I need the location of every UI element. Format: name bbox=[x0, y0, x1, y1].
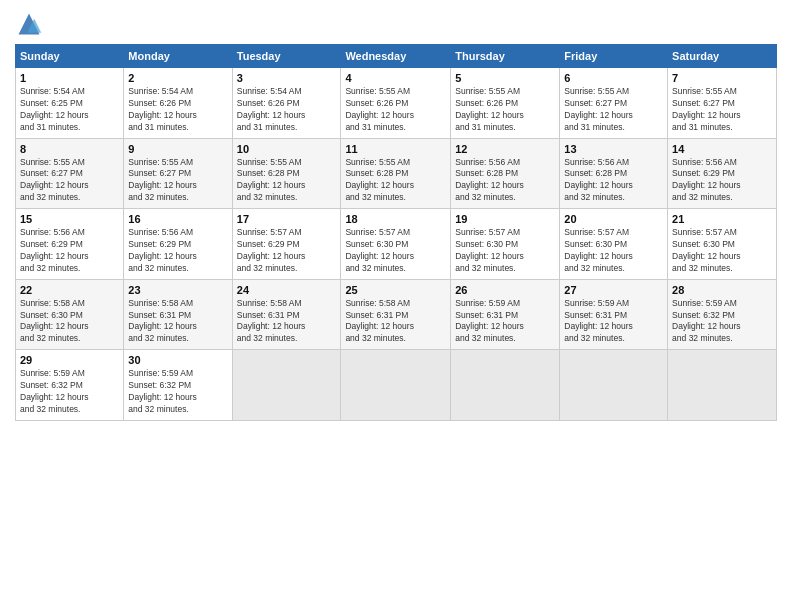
calendar-cell: 6Sunrise: 5:55 AM Sunset: 6:27 PM Daylig… bbox=[560, 68, 668, 139]
calendar-cell: 24Sunrise: 5:58 AM Sunset: 6:31 PM Dayli… bbox=[232, 279, 341, 350]
day-number: 27 bbox=[564, 284, 663, 296]
calendar-cell: 13Sunrise: 5:56 AM Sunset: 6:28 PM Dayli… bbox=[560, 138, 668, 209]
day-info: Sunrise: 5:55 AM Sunset: 6:27 PM Dayligh… bbox=[564, 86, 663, 134]
day-number: 19 bbox=[455, 213, 555, 225]
calendar-cell: 21Sunrise: 5:57 AM Sunset: 6:30 PM Dayli… bbox=[668, 209, 777, 280]
calendar-cell: 11Sunrise: 5:55 AM Sunset: 6:28 PM Dayli… bbox=[341, 138, 451, 209]
day-info: Sunrise: 5:56 AM Sunset: 6:29 PM Dayligh… bbox=[20, 227, 119, 275]
weekday-header-wednesday: Wednesday bbox=[341, 45, 451, 68]
day-info: Sunrise: 5:59 AM Sunset: 6:31 PM Dayligh… bbox=[564, 298, 663, 346]
day-number: 18 bbox=[345, 213, 446, 225]
day-info: Sunrise: 5:56 AM Sunset: 6:28 PM Dayligh… bbox=[455, 157, 555, 205]
logo-icon bbox=[15, 10, 43, 38]
calendar-cell bbox=[668, 350, 777, 421]
day-number: 25 bbox=[345, 284, 446, 296]
weekday-header-monday: Monday bbox=[124, 45, 232, 68]
calendar-week-3: 15Sunrise: 5:56 AM Sunset: 6:29 PM Dayli… bbox=[16, 209, 777, 280]
calendar-cell: 19Sunrise: 5:57 AM Sunset: 6:30 PM Dayli… bbox=[451, 209, 560, 280]
header bbox=[15, 10, 777, 38]
calendar-cell: 7Sunrise: 5:55 AM Sunset: 6:27 PM Daylig… bbox=[668, 68, 777, 139]
day-info: Sunrise: 5:57 AM Sunset: 6:30 PM Dayligh… bbox=[564, 227, 663, 275]
weekday-header-tuesday: Tuesday bbox=[232, 45, 341, 68]
calendar-cell: 16Sunrise: 5:56 AM Sunset: 6:29 PM Dayli… bbox=[124, 209, 232, 280]
day-number: 12 bbox=[455, 143, 555, 155]
day-info: Sunrise: 5:54 AM Sunset: 6:26 PM Dayligh… bbox=[128, 86, 227, 134]
day-number: 6 bbox=[564, 72, 663, 84]
day-info: Sunrise: 5:55 AM Sunset: 6:27 PM Dayligh… bbox=[128, 157, 227, 205]
day-number: 3 bbox=[237, 72, 337, 84]
day-number: 16 bbox=[128, 213, 227, 225]
calendar-cell: 28Sunrise: 5:59 AM Sunset: 6:32 PM Dayli… bbox=[668, 279, 777, 350]
day-info: Sunrise: 5:56 AM Sunset: 6:29 PM Dayligh… bbox=[672, 157, 772, 205]
page-container: SundayMondayTuesdayWednesdayThursdayFrid… bbox=[0, 0, 792, 431]
calendar-cell: 14Sunrise: 5:56 AM Sunset: 6:29 PM Dayli… bbox=[668, 138, 777, 209]
day-info: Sunrise: 5:55 AM Sunset: 6:28 PM Dayligh… bbox=[237, 157, 337, 205]
day-number: 26 bbox=[455, 284, 555, 296]
calendar-cell: 12Sunrise: 5:56 AM Sunset: 6:28 PM Dayli… bbox=[451, 138, 560, 209]
day-number: 1 bbox=[20, 72, 119, 84]
calendar-cell bbox=[232, 350, 341, 421]
day-number: 10 bbox=[237, 143, 337, 155]
calendar-body: 1Sunrise: 5:54 AM Sunset: 6:25 PM Daylig… bbox=[16, 68, 777, 421]
day-info: Sunrise: 5:57 AM Sunset: 6:30 PM Dayligh… bbox=[672, 227, 772, 275]
day-number: 22 bbox=[20, 284, 119, 296]
day-number: 4 bbox=[345, 72, 446, 84]
day-info: Sunrise: 5:57 AM Sunset: 6:30 PM Dayligh… bbox=[455, 227, 555, 275]
day-info: Sunrise: 5:56 AM Sunset: 6:28 PM Dayligh… bbox=[564, 157, 663, 205]
day-number: 29 bbox=[20, 354, 119, 366]
calendar-cell: 22Sunrise: 5:58 AM Sunset: 6:30 PM Dayli… bbox=[16, 279, 124, 350]
logo bbox=[15, 10, 47, 38]
day-number: 13 bbox=[564, 143, 663, 155]
day-number: 23 bbox=[128, 284, 227, 296]
calendar-cell: 9Sunrise: 5:55 AM Sunset: 6:27 PM Daylig… bbox=[124, 138, 232, 209]
calendar-cell: 18Sunrise: 5:57 AM Sunset: 6:30 PM Dayli… bbox=[341, 209, 451, 280]
calendar-cell bbox=[560, 350, 668, 421]
calendar-cell: 8Sunrise: 5:55 AM Sunset: 6:27 PM Daylig… bbox=[16, 138, 124, 209]
day-number: 8 bbox=[20, 143, 119, 155]
calendar-cell: 15Sunrise: 5:56 AM Sunset: 6:29 PM Dayli… bbox=[16, 209, 124, 280]
day-info: Sunrise: 5:58 AM Sunset: 6:31 PM Dayligh… bbox=[345, 298, 446, 346]
day-number: 30 bbox=[128, 354, 227, 366]
day-info: Sunrise: 5:55 AM Sunset: 6:27 PM Dayligh… bbox=[672, 86, 772, 134]
day-info: Sunrise: 5:54 AM Sunset: 6:25 PM Dayligh… bbox=[20, 86, 119, 134]
day-number: 2 bbox=[128, 72, 227, 84]
day-info: Sunrise: 5:59 AM Sunset: 6:31 PM Dayligh… bbox=[455, 298, 555, 346]
calendar-cell: 5Sunrise: 5:55 AM Sunset: 6:26 PM Daylig… bbox=[451, 68, 560, 139]
day-info: Sunrise: 5:57 AM Sunset: 6:30 PM Dayligh… bbox=[345, 227, 446, 275]
calendar-cell: 25Sunrise: 5:58 AM Sunset: 6:31 PM Dayli… bbox=[341, 279, 451, 350]
day-info: Sunrise: 5:59 AM Sunset: 6:32 PM Dayligh… bbox=[20, 368, 119, 416]
calendar-cell bbox=[451, 350, 560, 421]
day-number: 21 bbox=[672, 213, 772, 225]
day-number: 9 bbox=[128, 143, 227, 155]
day-info: Sunrise: 5:59 AM Sunset: 6:32 PM Dayligh… bbox=[672, 298, 772, 346]
calendar-cell: 1Sunrise: 5:54 AM Sunset: 6:25 PM Daylig… bbox=[16, 68, 124, 139]
day-number: 14 bbox=[672, 143, 772, 155]
calendar-cell: 3Sunrise: 5:54 AM Sunset: 6:26 PM Daylig… bbox=[232, 68, 341, 139]
calendar-cell: 23Sunrise: 5:58 AM Sunset: 6:31 PM Dayli… bbox=[124, 279, 232, 350]
calendar-week-2: 8Sunrise: 5:55 AM Sunset: 6:27 PM Daylig… bbox=[16, 138, 777, 209]
day-info: Sunrise: 5:55 AM Sunset: 6:26 PM Dayligh… bbox=[345, 86, 446, 134]
calendar-cell: 30Sunrise: 5:59 AM Sunset: 6:32 PM Dayli… bbox=[124, 350, 232, 421]
day-info: Sunrise: 5:55 AM Sunset: 6:27 PM Dayligh… bbox=[20, 157, 119, 205]
calendar-cell bbox=[341, 350, 451, 421]
day-info: Sunrise: 5:57 AM Sunset: 6:29 PM Dayligh… bbox=[237, 227, 337, 275]
day-number: 15 bbox=[20, 213, 119, 225]
day-info: Sunrise: 5:58 AM Sunset: 6:30 PM Dayligh… bbox=[20, 298, 119, 346]
day-number: 17 bbox=[237, 213, 337, 225]
day-info: Sunrise: 5:55 AM Sunset: 6:26 PM Dayligh… bbox=[455, 86, 555, 134]
day-info: Sunrise: 5:58 AM Sunset: 6:31 PM Dayligh… bbox=[237, 298, 337, 346]
day-number: 28 bbox=[672, 284, 772, 296]
calendar-cell: 20Sunrise: 5:57 AM Sunset: 6:30 PM Dayli… bbox=[560, 209, 668, 280]
day-number: 11 bbox=[345, 143, 446, 155]
day-number: 20 bbox=[564, 213, 663, 225]
weekday-header-sunday: Sunday bbox=[16, 45, 124, 68]
calendar-cell: 27Sunrise: 5:59 AM Sunset: 6:31 PM Dayli… bbox=[560, 279, 668, 350]
calendar-cell: 17Sunrise: 5:57 AM Sunset: 6:29 PM Dayli… bbox=[232, 209, 341, 280]
day-info: Sunrise: 5:56 AM Sunset: 6:29 PM Dayligh… bbox=[128, 227, 227, 275]
calendar-cell: 26Sunrise: 5:59 AM Sunset: 6:31 PM Dayli… bbox=[451, 279, 560, 350]
calendar-table: SundayMondayTuesdayWednesdayThursdayFrid… bbox=[15, 44, 777, 421]
day-number: 7 bbox=[672, 72, 772, 84]
calendar-week-5: 29Sunrise: 5:59 AM Sunset: 6:32 PM Dayli… bbox=[16, 350, 777, 421]
weekday-header-friday: Friday bbox=[560, 45, 668, 68]
weekday-header-saturday: Saturday bbox=[668, 45, 777, 68]
